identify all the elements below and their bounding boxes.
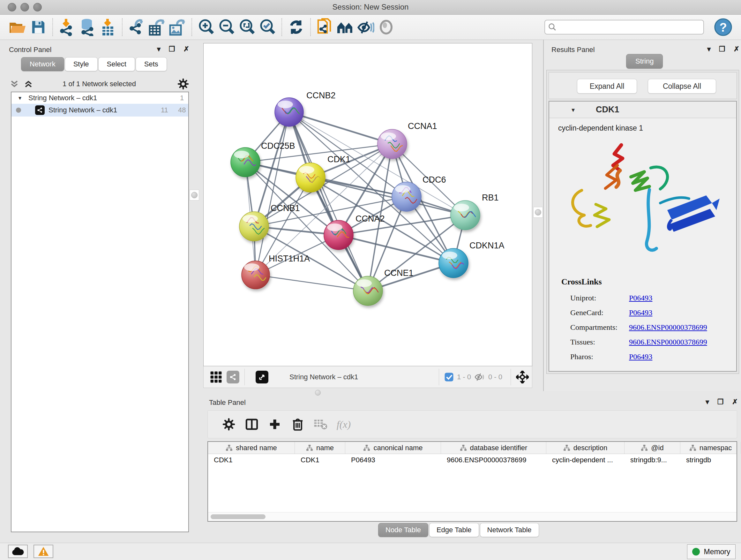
node-entry-header[interactable]: ▾ CDK1 — [549, 102, 736, 118]
delete-table-button[interactable] — [309, 414, 332, 435]
column-header--id[interactable]: @id — [624, 442, 680, 454]
tab-select[interactable]: Select — [98, 57, 135, 71]
help-button[interactable]: ? — [713, 17, 733, 37]
show-all-networks-button[interactable] — [335, 17, 355, 37]
birds-eye-view-icon[interactable] — [210, 371, 222, 383]
column-header-database-identifier[interactable]: database identifier — [441, 442, 546, 454]
network-collection-row[interactable]: ▾ String Network – cdk1 1 — [11, 92, 188, 104]
tab-node-table[interactable]: Node Table — [378, 523, 428, 537]
protein-structure-image — [555, 136, 731, 270]
control-panel-menu-icon[interactable]: ▾ — [157, 45, 160, 53]
table-cell[interactable]: stringdb — [680, 454, 741, 466]
import-network-database-button[interactable] — [77, 17, 98, 37]
tab-edge-table[interactable]: Edge Table — [429, 523, 479, 537]
crosslink-link[interactable]: 9606.ENSP00000378699 — [629, 323, 707, 332]
zoom-in-icon — [198, 18, 215, 36]
zoom-out-button[interactable] — [216, 17, 237, 37]
string-app-icon[interactable] — [226, 371, 239, 383]
table-horizontal-scrollbar[interactable] — [208, 512, 737, 521]
table-cell[interactable]: CDK1 — [208, 454, 295, 466]
table-cell[interactable]: P06493 — [345, 454, 441, 466]
table-panel-float-icon[interactable]: ❒ — [718, 398, 724, 406]
clone-network-button[interactable] — [315, 17, 335, 37]
table-cell[interactable]: 9606.ENSP00000378699 — [441, 454, 546, 466]
import-table-file-button[interactable] — [98, 17, 118, 37]
fit-content-crosshair-icon[interactable] — [516, 371, 529, 383]
search-input[interactable] — [544, 20, 704, 35]
horizontal-splitter-handle[interactable] — [315, 390, 321, 395]
zoom-selected-button[interactable] — [257, 17, 278, 37]
table-panel-menu-icon[interactable]: ▾ — [705, 398, 709, 406]
tab-network-table[interactable]: Network Table — [480, 523, 539, 537]
tab-style[interactable]: Style — [65, 57, 98, 71]
left-splitter-handle[interactable] — [190, 190, 199, 200]
results-panel-menu-icon[interactable]: ▾ — [707, 45, 711, 53]
table-cell[interactable]: cyclin-dependent ... — [546, 454, 624, 466]
export-image-button[interactable] — [167, 17, 188, 37]
add-column-button[interactable] — [263, 414, 286, 435]
node-CCNA1[interactable]: CCNA1 — [378, 121, 437, 159]
export-network-button[interactable] — [126, 17, 147, 37]
delete-column-button[interactable] — [286, 414, 309, 435]
zoom-fit-button[interactable] — [237, 17, 257, 37]
warnings-button[interactable] — [33, 545, 53, 558]
show-panel-button[interactable] — [376, 17, 396, 37]
column-header-description[interactable]: description — [546, 442, 624, 454]
expand-all-button[interactable]: Expand All — [577, 79, 637, 94]
column-header-shared-name[interactable]: shared name — [208, 442, 295, 454]
crosslink-link[interactable]: P06493 — [629, 353, 652, 361]
control-panel-close-icon[interactable]: ✗ — [184, 45, 189, 53]
crosslink-link[interactable]: P06493 — [629, 308, 652, 317]
zoom-in-button[interactable] — [196, 17, 216, 37]
column-header-name[interactable]: name — [295, 442, 345, 454]
edge-CCNB2-CCNA1[interactable] — [289, 112, 392, 144]
cloud-status-button[interactable] — [8, 545, 28, 558]
crosslink-link[interactable]: P06493 — [629, 294, 652, 302]
collapse-all-button[interactable]: Collapse All — [648, 79, 716, 94]
refresh-button[interactable] — [286, 17, 307, 37]
memory-button[interactable]: Memory — [687, 544, 736, 559]
node-CDKN1A[interactable]: CDKN1A — [439, 241, 504, 278]
table-panel-close-icon[interactable]: ✗ — [732, 398, 738, 406]
save-session-button[interactable] — [28, 17, 49, 37]
node-label-CDK1: CDK1 — [327, 154, 350, 164]
column-header-label: canonical name — [374, 444, 422, 452]
table-row[interactable]: CDK1CDK1P064939606.ENSP00000378699cyclin… — [208, 454, 737, 466]
tab-string[interactable]: String — [626, 54, 663, 69]
crosslink-row: Uniprot:P06493 — [570, 291, 730, 305]
table-cell[interactable]: stringdb:9... — [624, 454, 680, 466]
edge-CCNE1-HIST1H1A[interactable] — [256, 275, 368, 291]
network-row[interactable]: String Network – cdk1 11 48 — [11, 104, 188, 117]
column-header-canonical-name[interactable]: canonical name — [345, 442, 441, 454]
node-HIST1H1A[interactable]: HIST1H1A — [242, 254, 310, 289]
function-builder-button[interactable]: f(x) — [332, 414, 355, 435]
import-network-file-button[interactable] — [57, 17, 77, 37]
node-RB1[interactable]: RB1 — [451, 193, 499, 230]
zoom-selected-icon — [259, 18, 276, 36]
hide-panel-button[interactable] — [355, 17, 376, 37]
crosslink-link[interactable]: 9606.ENSP00000378699 — [629, 338, 707, 347]
control-panel-float-icon[interactable]: ❒ — [169, 45, 175, 53]
node-CCNB2[interactable]: CCNB2 — [275, 91, 336, 126]
node-CCNE1[interactable]: CCNE1 — [353, 268, 414, 306]
tree-expand-arrow-icon[interactable]: ▾ — [18, 95, 21, 102]
open-session-button[interactable] — [8, 17, 28, 37]
string-results-content: ▾ CDK1 cyclin-dependent kinase 1 — [549, 101, 737, 372]
right-splitter-handle[interactable] — [533, 207, 543, 218]
open-in-window-icon[interactable] — [256, 371, 268, 383]
scrollbar-thumb[interactable] — [211, 514, 266, 519]
splitter-knob-icon — [535, 209, 541, 215]
table-settings-button[interactable] — [217, 414, 240, 435]
edge-CCNB2-CCNE1[interactable] — [289, 112, 368, 291]
network-canvas[interactable]: CCNB2CCNA1CDC25BCDK1CDC6RB1CCNB1CCNA2CDK… — [203, 43, 532, 366]
entry-collapse-arrow-icon[interactable]: ▾ — [571, 106, 575, 114]
column-header-namespac[interactable]: namespac — [680, 442, 741, 454]
results-panel-float-icon[interactable]: ❒ — [719, 45, 725, 53]
table-cell[interactable]: CDK1 — [295, 454, 345, 466]
edge-CCNB2-HIST1H1A[interactable] — [256, 112, 289, 275]
show-columns-button[interactable] — [240, 414, 263, 435]
results-panel-close-icon[interactable]: ✗ — [734, 45, 739, 53]
export-table-button[interactable] — [147, 17, 167, 37]
tab-network[interactable]: Network — [21, 57, 64, 71]
tab-sets[interactable]: Sets — [136, 57, 167, 71]
